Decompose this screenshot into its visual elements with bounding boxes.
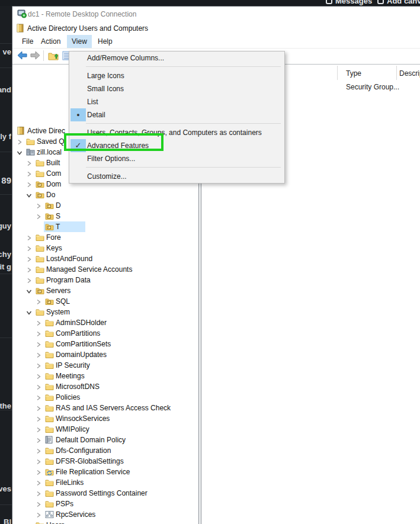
strip-separator bbox=[0, 152, 12, 152]
tree-row[interactable]: Default Domain Policy bbox=[12, 435, 198, 445]
tree-row[interactable]: System bbox=[12, 307, 198, 317]
tree-row[interactable]: T bbox=[12, 221, 198, 232]
tree-collapsed-arrow-icon[interactable] bbox=[36, 362, 41, 368]
forward-button[interactable] bbox=[30, 51, 40, 60]
tree-collapsed-arrow-icon[interactable] bbox=[36, 202, 41, 208]
column-header-separator bbox=[337, 66, 338, 80]
tree-row[interactable]: WinsockServices bbox=[12, 413, 198, 424]
tree-row[interactable]: Program Data bbox=[12, 275, 198, 285]
menubar-item-view[interactable]: View bbox=[67, 35, 92, 48]
menu-item-add-remove-columns[interactable]: Add/Remove Columns... bbox=[69, 52, 284, 65]
folder-icon bbox=[45, 414, 54, 422]
tree-row[interactable]: Fore bbox=[12, 232, 198, 243]
tree-collapsed-arrow-icon[interactable] bbox=[26, 245, 32, 251]
tree-row[interactable]: AdminSDHolder bbox=[12, 317, 198, 328]
menubar-item-help[interactable]: Help bbox=[93, 35, 117, 48]
tree-collapsed-arrow-icon[interactable] bbox=[26, 181, 32, 187]
tree-row[interactable]: RpcServices bbox=[12, 509, 198, 520]
tree-expanded-arrow-icon[interactable] bbox=[26, 288, 32, 294]
tree-collapsed-arrow-icon[interactable] bbox=[26, 256, 32, 262]
tree-collapsed-arrow-icon[interactable] bbox=[36, 298, 41, 304]
tree-row[interactable]: SQL bbox=[12, 296, 198, 307]
tree-expanded-arrow-icon[interactable] bbox=[26, 309, 32, 315]
tree-collapsed-arrow-icon[interactable] bbox=[36, 330, 41, 336]
tree-collapsed-arrow-icon[interactable] bbox=[36, 213, 41, 219]
tree-row[interactable]: Keys bbox=[12, 243, 198, 253]
tree-collapsed-arrow-icon[interactable] bbox=[36, 448, 41, 454]
tree-collapsed-arrow-icon[interactable] bbox=[36, 480, 41, 486]
menubar-item-action[interactable]: Action bbox=[36, 35, 65, 48]
tree-row[interactable]: Users bbox=[12, 520, 198, 524]
menu-item-small-icons[interactable]: Small Icons bbox=[69, 82, 284, 95]
menubar-item-file[interactable]: File bbox=[17, 35, 38, 48]
column-header-type[interactable]: Type bbox=[346, 69, 361, 78]
tree-row[interactable]: DFSR-GlobalSettings bbox=[12, 456, 198, 467]
tree-row[interactable]: ComPartitions bbox=[12, 328, 198, 339]
tree-item-label: DFSR-GlobalSettings bbox=[56, 457, 124, 465]
menu-item-large-icons[interactable]: Large Icons bbox=[69, 69, 284, 82]
top-bar-item-add-canva[interactable]: Add canva bbox=[377, 0, 420, 5]
tree-collapsed-arrow-icon[interactable] bbox=[36, 405, 41, 411]
tree-row[interactable]: LostAndFound bbox=[12, 253, 198, 264]
background-text-fragment: Bl bbox=[0, 517, 11, 524]
tree-row[interactable]: Servers bbox=[12, 285, 198, 296]
tree-row[interactable]: Do bbox=[12, 189, 198, 200]
top-bar-item-messages[interactable]: Messages bbox=[326, 0, 372, 5]
tree-collapsed-arrow-icon[interactable] bbox=[26, 171, 32, 176]
tree-collapsed-arrow-icon[interactable] bbox=[36, 512, 41, 517]
folder-icon bbox=[26, 137, 35, 145]
tree-item-label: Active Direc bbox=[27, 127, 65, 135]
tree-collapsed-arrow-icon[interactable] bbox=[36, 490, 41, 496]
tree-row[interactable]: PSPs bbox=[12, 499, 198, 509]
tree-collapsed-arrow-icon[interactable] bbox=[26, 277, 32, 283]
tree-collapsed-arrow-icon[interactable] bbox=[36, 384, 41, 390]
tree-collapsed-arrow-icon[interactable] bbox=[36, 469, 41, 475]
tree-collapsed-arrow-icon[interactable] bbox=[36, 373, 41, 379]
tree-collapsed-arrow-icon[interactable] bbox=[36, 416, 41, 422]
folder-icon bbox=[45, 404, 54, 412]
tree-row[interactable]: WMIPolicy bbox=[12, 424, 198, 435]
tree-row[interactable]: DomainUpdates bbox=[12, 349, 198, 360]
tree-row[interactable]: IP Security bbox=[12, 360, 198, 371]
tree-collapsed-arrow-icon[interactable] bbox=[36, 437, 41, 443]
tree-collapsed-arrow-icon[interactable] bbox=[36, 501, 41, 507]
tree-collapsed-arrow-icon[interactable] bbox=[17, 139, 23, 144]
menu-item-filter-options[interactable]: Filter Options... bbox=[69, 152, 284, 165]
tree-row[interactable]: File Replication Service bbox=[12, 467, 198, 477]
mmc-titlebar[interactable]: Active Directory Users and Computers bbox=[12, 22, 420, 35]
back-button[interactable] bbox=[17, 51, 27, 60]
tree-row[interactable]: S bbox=[12, 211, 198, 221]
tree-row[interactable]: FileLinks bbox=[12, 477, 198, 488]
tree-row[interactable]: ComPartitionSets bbox=[12, 339, 198, 349]
tree-collapsed-arrow-icon[interactable] bbox=[26, 160, 32, 166]
tree-collapsed-arrow-icon[interactable] bbox=[36, 394, 41, 400]
tree-collapsed-arrow-icon[interactable] bbox=[36, 320, 41, 326]
rdp-titlebar[interactable]: dc1 - Remote Desktop Connection bbox=[12, 7, 420, 22]
tree-collapsed-arrow-icon[interactable] bbox=[26, 266, 32, 272]
menu-item-customize[interactable]: Customize... bbox=[69, 170, 284, 183]
tree-collapsed-arrow-icon[interactable] bbox=[36, 352, 41, 358]
tree-expanded-arrow-icon[interactable] bbox=[17, 149, 23, 155]
tree-item-label: FileLinks bbox=[56, 478, 84, 487]
tree-expanded-arrow-icon[interactable] bbox=[26, 192, 32, 198]
menu-item-detail[interactable]: ●Detail bbox=[69, 108, 284, 121]
column-header-description[interactable]: Description bbox=[399, 69, 420, 78]
tree-row[interactable]: Password Settings Container bbox=[12, 488, 198, 499]
tree-collapsed-arrow-icon[interactable] bbox=[26, 234, 32, 240]
menu-item-list[interactable]: List bbox=[69, 95, 284, 108]
tree-collapsed-arrow-icon[interactable] bbox=[36, 426, 41, 432]
tree-row[interactable]: Meetings bbox=[12, 371, 198, 381]
tree-item-label: D bbox=[56, 201, 61, 210]
tree-row[interactable]: MicrosoftDNS bbox=[12, 381, 198, 392]
background-text-fragment: guy bbox=[0, 221, 11, 230]
tree-row[interactable]: D bbox=[12, 200, 198, 211]
tree-row[interactable]: Policies bbox=[12, 392, 198, 403]
tree-collapsed-arrow-icon[interactable] bbox=[36, 341, 41, 347]
folder-icon bbox=[45, 372, 54, 380]
tree-row[interactable]: Managed Service Accounts bbox=[12, 264, 198, 275]
tree-row[interactable]: Dfs-Configuration bbox=[12, 445, 198, 456]
up-one-level-button[interactable] bbox=[48, 51, 59, 60]
tree-item-label: Do bbox=[46, 191, 55, 199]
tree-collapsed-arrow-icon[interactable] bbox=[36, 458, 41, 464]
tree-row[interactable]: RAS and IAS Servers Access Check bbox=[12, 403, 198, 413]
